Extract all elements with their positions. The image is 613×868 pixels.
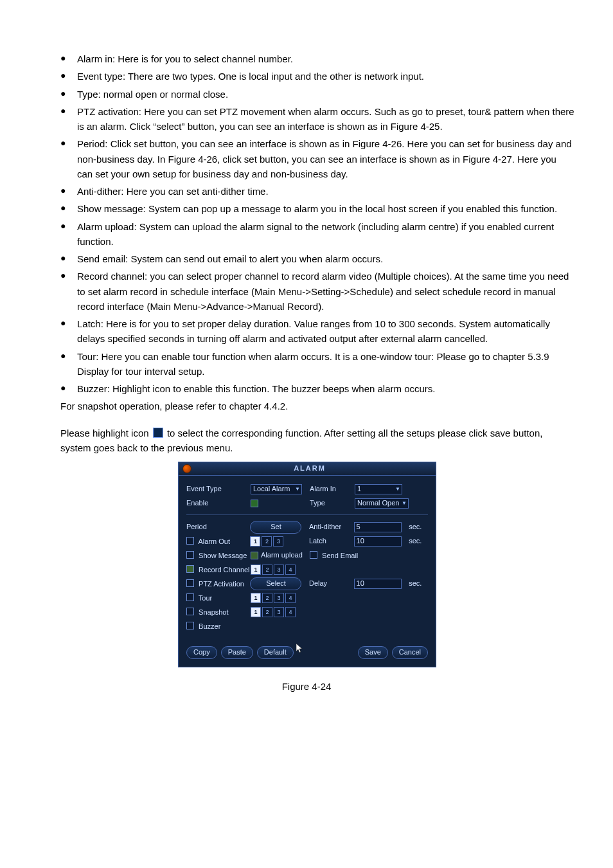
bullet-text: Type: normal open or normal close. — [77, 89, 228, 100]
label-show-message: Show Message — [199, 552, 247, 559]
channel-box-2[interactable]: 2 — [262, 536, 272, 547]
alarm-in-value: 1 — [357, 485, 361, 493]
label-type: Type — [310, 499, 355, 507]
type-value: Normal Open — [357, 499, 399, 507]
text-before-icon: Please highlight icon — [60, 428, 152, 439]
bullet-item: Tour: Here you can enable tour function … — [60, 349, 574, 379]
feature-bullet-list: Alarm in: Here is for you to select chan… — [39, 51, 574, 396]
channel-box-3[interactable]: 3 — [274, 565, 284, 575]
channel-box-3[interactable]: 3 — [274, 593, 284, 603]
dialog-title: ALARM — [195, 464, 424, 473]
buzzer-checkbox[interactable] — [186, 622, 194, 629]
send-email-checkbox[interactable] — [310, 551, 317, 559]
label-enable: Enable — [186, 499, 251, 507]
cursor-icon — [296, 644, 304, 654]
unit-sec: sec. — [409, 537, 428, 545]
anti-dither-input[interactable]: 5 — [354, 522, 402, 532]
paste-button[interactable]: Paste — [221, 646, 253, 659]
chevron-down-icon: ▼ — [295, 486, 300, 493]
tour-channel-boxes: 1234 — [251, 593, 296, 603]
channel-box-1[interactable]: 1 — [250, 536, 260, 547]
default-button[interactable]: Default — [257, 646, 294, 659]
channel-box-1[interactable]: 1 — [251, 607, 261, 617]
bullet-text: Period: Click set button, you can see an… — [77, 138, 572, 179]
channel-box-1[interactable]: 1 — [251, 565, 261, 575]
section-separator — [186, 514, 428, 515]
label-anti-dither: Anti-dither — [309, 523, 354, 531]
bullet-item: Show message: System can pop up a messag… — [60, 201, 574, 216]
label-alarm-in: Alarm In — [310, 485, 355, 493]
channel-box-3[interactable]: 3 — [274, 607, 284, 617]
period-set-button[interactable]: Set — [250, 521, 301, 534]
alarm-out-channels: 123 — [250, 536, 283, 547]
alarm-out-checkbox[interactable] — [186, 537, 194, 545]
unit-sec: sec. — [409, 579, 428, 588]
label-send-email: Send Email — [322, 552, 358, 559]
label-event-type: Event Type — [186, 485, 251, 493]
alarm-upload-checkbox[interactable] — [251, 552, 258, 559]
type-select[interactable]: Normal Open ▼ — [355, 498, 409, 509]
dialog-titlebar: ALARM — [179, 462, 436, 476]
chevron-down-icon: ▼ — [402, 500, 407, 507]
highlight-checkbox-icon — [153, 428, 163, 438]
figure-caption: Figure 4-24 — [39, 679, 574, 694]
channel-box-4[interactable]: 4 — [285, 565, 296, 575]
channel-box-2[interactable]: 2 — [262, 593, 272, 603]
bullet-text: Alarm upload: System can upload the alar… — [77, 221, 554, 247]
channel-box-3[interactable]: 3 — [273, 536, 283, 547]
record-channel-checkbox[interactable] — [186, 565, 194, 573]
channel-box-4[interactable]: 4 — [285, 607, 296, 617]
event-type-select[interactable]: Local Alarm ▼ — [251, 484, 302, 494]
channel-box-2[interactable]: 2 — [262, 565, 272, 575]
bullet-text: Latch: Here is for you to set proper del… — [77, 318, 550, 344]
bullet-item: Latch: Here is for you to set proper del… — [60, 316, 574, 347]
label-period: Period — [186, 523, 250, 531]
cancel-button[interactable]: Cancel — [392, 646, 428, 659]
bullet-item: Period: Click set button, you can see an… — [60, 136, 574, 181]
alarm-dialog: ALARM Event Type Local Alarm ▼ Alarm In — [178, 462, 436, 667]
snapshot-checkbox[interactable] — [186, 608, 194, 615]
bullet-item: Alarm upload: System can upload the alar… — [60, 219, 574, 249]
bullet-text: Tour: Here you can enable tour function … — [77, 351, 549, 377]
snapshot-channel-boxes: 1234 — [251, 607, 296, 617]
bullet-text: Event type: There are two types. One is … — [77, 71, 424, 82]
event-type-value: Local Alarm — [253, 485, 290, 493]
show-message-checkbox[interactable] — [186, 551, 194, 559]
label-record-channel: Record Channel — [199, 566, 250, 574]
window-orb-icon — [182, 464, 191, 473]
bullet-text: Send email: System can send out email to… — [77, 253, 383, 264]
record-channel-boxes: 1234 — [251, 565, 296, 575]
svg-marker-0 — [296, 644, 302, 653]
bullet-item: Event type: There are two types. One is … — [60, 69, 574, 84]
latch-input[interactable]: 10 — [354, 536, 402, 547]
unit-sec: sec. — [409, 523, 428, 531]
bullet-item: Buzzer: Highlight icon to enable this fu… — [60, 381, 574, 396]
ptz-activation-checkbox[interactable] — [186, 579, 194, 587]
bullet-item: PTZ activation: Here you can set PTZ mov… — [60, 104, 574, 134]
enable-checkbox[interactable] — [251, 500, 258, 507]
save-button[interactable]: Save — [358, 646, 388, 659]
copy-button[interactable]: Copy — [186, 646, 217, 659]
channel-box-1[interactable]: 1 — [251, 593, 261, 603]
bullet-item: Record channel: you can select proper ch… — [60, 269, 574, 314]
label-snapshot: Snapshot — [199, 608, 228, 616]
highlight-icon-paragraph: Please highlight icon to select the corr… — [60, 426, 574, 456]
label-tour: Tour — [199, 594, 212, 602]
bullet-text: PTZ activation: Here you can set PTZ mov… — [77, 106, 574, 132]
label-latch: Latch — [309, 537, 354, 545]
post-bullets-note: For snapshot operation, please refer to … — [60, 399, 574, 413]
channel-box-2[interactable]: 2 — [262, 607, 272, 617]
bullet-text: Show message: System can pop up a messag… — [77, 203, 557, 214]
chevron-down-icon: ▼ — [395, 486, 400, 493]
alarm-in-select[interactable]: 1 ▼ — [355, 484, 402, 494]
channel-box-4[interactable]: 4 — [285, 593, 296, 603]
bullet-text: Buzzer: Highlight icon to enable this fu… — [77, 383, 436, 394]
tour-checkbox[interactable] — [186, 593, 194, 601]
label-alarm-upload: Alarm upload — [261, 551, 303, 559]
label-ptz-activation: PTZ Activation — [199, 580, 244, 588]
ptz-select-button[interactable]: Select — [250, 577, 301, 590]
bullet-text: Record channel: you can select proper ch… — [77, 271, 569, 312]
bullet-text: Alarm in: Here is for you to select chan… — [77, 53, 293, 64]
delay-input[interactable]: 10 — [354, 579, 402, 589]
bullet-text: Anti-dither: Here you can set anti-dithe… — [77, 186, 269, 197]
